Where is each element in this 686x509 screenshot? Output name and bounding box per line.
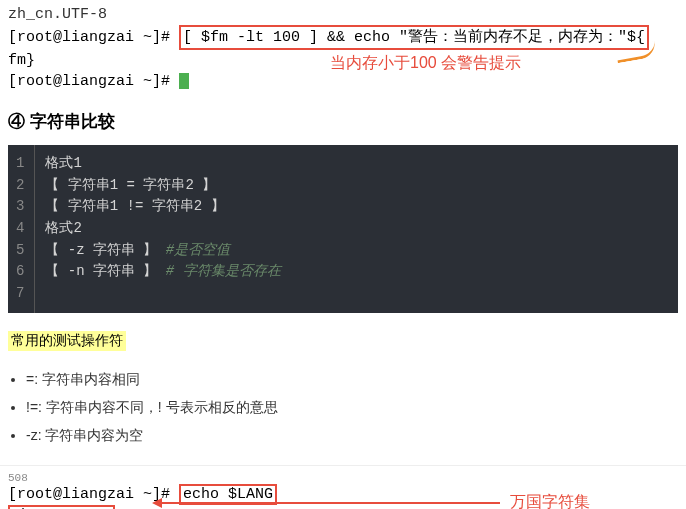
lineno: 4 (16, 218, 24, 240)
annotation-note-2: 万国字符集 (510, 492, 590, 509)
operator-list: =: 字符串内容相同 !=: 字符串内容不同，! 号表示相反的意思 -z: 字符… (8, 371, 678, 445)
highlighted-output: zh_CN.UTF-8 (8, 505, 115, 509)
lineno: 7 (16, 283, 24, 305)
terminal-cut-line: 508 (8, 472, 678, 484)
cursor-icon: _ (179, 73, 189, 89)
shell-prompt: [root@liangzai ~]# (8, 73, 170, 90)
line-number-gutter: 1 2 3 4 5 6 7 (8, 145, 35, 313)
lineno: 6 (16, 261, 24, 283)
list-item: -z: 字符串内容为空 (26, 427, 678, 445)
code-line: 【 -z 字符串 】 #是否空值 (45, 240, 668, 262)
code-line: 格式2 (45, 218, 668, 240)
list-item: !=: 字符串内容不同，! 号表示相反的意思 (26, 399, 678, 417)
section-4-heading: ④ 字符串比较 (8, 110, 686, 133)
annotation-note-1: 当内存小于100 会警告提示 (330, 52, 521, 74)
code-line: 【 -n 字符串 】 # 字符集是否存在 (45, 261, 668, 283)
shell-prompt: [root@liangzai ~]# (8, 486, 170, 503)
terminal-line-1: [root@liangzai ~]# [ $fm -lt 100 ] && ec… (8, 25, 678, 50)
terminal-output-top: zh_cn.UTF-8 [root@liangzai ~]# [ $fm -lt… (0, 0, 686, 80)
lineno: 1 (16, 153, 24, 175)
code-block-string-compare: 1 2 3 4 5 6 7 格式1 【 字符串1 = 字符串2 】 【 字符串1… (8, 145, 678, 313)
shell-prompt: [root@liangzai ~]# (8, 29, 170, 46)
code-line: 格式1 (45, 153, 668, 175)
highlighted-command: [ $fm -lt 100 ] && echo "警告：当前内存不足，内存为："… (179, 25, 649, 50)
lineno: 5 (16, 240, 24, 262)
list-item: =: 字符串内容相同 (26, 371, 678, 389)
terminal-output-bottom: 508 [root@liangzai ~]# echo $LANG zh_CN.… (0, 465, 686, 509)
subheading-operators: 常用的测试操作符 (8, 331, 126, 351)
lineno: 3 (16, 196, 24, 218)
terminal-cut-line: zh_cn.UTF-8 (8, 4, 678, 25)
code-content: 格式1 【 字符串1 = 字符串2 】 【 字符串1 != 字符串2 】 格式2… (35, 145, 678, 313)
lineno: 2 (16, 175, 24, 197)
annotation-arrow-icon (160, 502, 500, 504)
code-line: 【 字符串1 = 字符串2 】 (45, 175, 668, 197)
code-line: 【 字符串1 != 字符串2 】 (45, 196, 668, 218)
